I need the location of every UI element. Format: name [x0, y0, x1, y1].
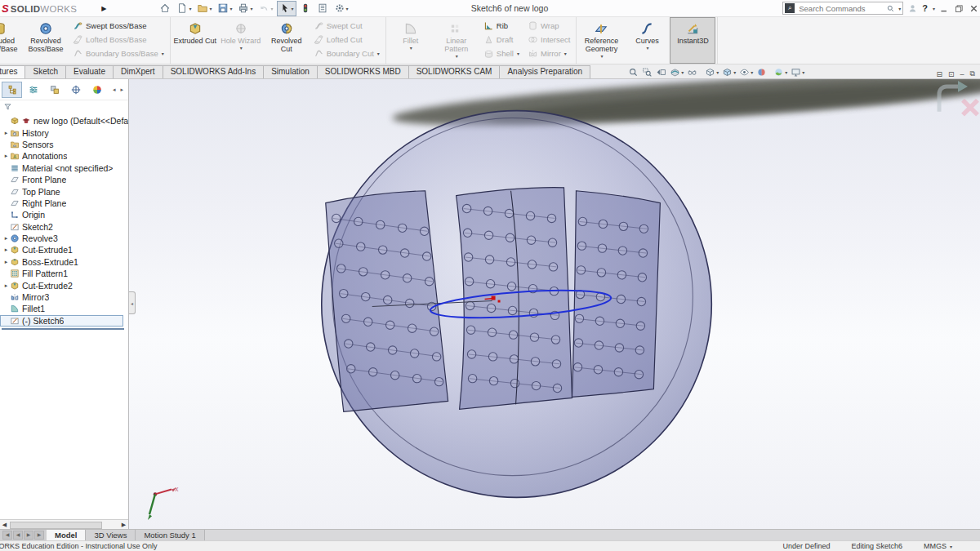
rib-button[interactable]: Rib — [481, 19, 522, 33]
dropdown-caret-icon[interactable]: ▾ — [681, 69, 684, 75]
zoom-area-button[interactable] — [641, 66, 653, 78]
dropdown-caret-icon[interactable]: ▾ — [292, 6, 294, 11]
expand-arrow-icon[interactable]: ▸ — [2, 235, 10, 242]
expand-arrow-icon[interactable]: ▸ — [2, 282, 10, 289]
doc-tab-3d-views[interactable]: 3D Views — [86, 530, 136, 540]
search-input[interactable] — [797, 3, 884, 14]
scrollbar-thumb[interactable] — [10, 522, 102, 529]
propertymanager-tab[interactable] — [23, 82, 43, 98]
tree-item-fill-pattern1[interactable]: Fill Pattern1 — [0, 268, 128, 279]
dropdown-caret-icon[interactable]: ▾ — [410, 46, 412, 51]
dropdown-caret-icon[interactable]: ▾ — [377, 51, 380, 56]
tab-sketch[interactable]: Sketch — [24, 65, 66, 78]
doc-tab-motion-study-1[interactable]: Motion Study 1 — [136, 530, 204, 540]
tree-item-front-plane[interactable]: Front Plane — [0, 174, 128, 185]
tree-item-sensors[interactable]: Sensors — [0, 139, 128, 150]
dropdown-caret-icon[interactable]: ▾ — [785, 69, 787, 75]
tab-scroll-right-icon[interactable]: ▶ — [24, 531, 33, 540]
manager-tab-arrows[interactable]: ◂ ▸ — [113, 87, 127, 93]
tree-item-mirror3[interactable]: Mirror3 — [0, 291, 128, 303]
revolved-boss-base-button[interactable]: Revolved Boss/Base — [23, 17, 69, 64]
tree-item-material-not-specified[interactable]: Material <not specified> — [0, 162, 128, 174]
status-units[interactable]: MMGS — [913, 542, 950, 550]
view-orientation-button[interactable]: ▾ — [704, 66, 719, 78]
expand-arrow-icon[interactable]: ▸ — [2, 259, 10, 265]
wrap-button[interactable]: Wrap — [525, 19, 572, 33]
options-gear-button[interactable]: ▾ — [332, 1, 351, 16]
fillet-button[interactable]: Fillet▾ — [388, 17, 434, 64]
extruded-cut-button[interactable]: Extruded Cut — [172, 17, 218, 64]
dropdown-caret-icon[interactable]: ▾ — [646, 46, 648, 51]
tab-solidworks-add-ins[interactable]: SOLIDWORKS Add-Ins — [163, 65, 264, 78]
tree-item-fillet1[interactable]: Fillet1 — [0, 303, 128, 314]
scroll-left-arrow-icon[interactable]: ◀ — [0, 522, 9, 528]
close-icon[interactable] — [969, 3, 979, 14]
doc-restore-icon[interactable]: ⧉ — [970, 69, 975, 78]
file-properties-button[interactable] — [314, 1, 331, 16]
graphics-viewport[interactable]: ◂ — [129, 79, 980, 529]
tab-scroll-left-icon[interactable]: ◀ — [2, 531, 12, 540]
search-commands-box[interactable]: ⌕ ▾ — [782, 2, 903, 15]
tree-item-revolve3[interactable]: ▸Revolve3 — [0, 233, 128, 244]
dropdown-caret-icon[interactable]: ▾ — [162, 51, 164, 56]
edit-appearance-button[interactable] — [755, 66, 768, 78]
dropdown-caret-icon[interactable]: ▾ — [456, 54, 458, 60]
tab-solidworks-mbd[interactable]: SOLIDWORKS MBD — [317, 65, 409, 78]
boundary-cut-button[interactable]: Boundary Cut▾ — [311, 47, 382, 60]
lofted-cut-button[interactable]: Lofted Cut — [311, 33, 382, 47]
help-icon[interactable]: ? — [922, 3, 928, 13]
dropdown-caret-icon[interactable]: ▾ — [751, 69, 753, 75]
dropdown-caret-icon[interactable]: ▾ — [802, 69, 804, 75]
search-icon[interactable] — [886, 4, 895, 13]
new-document-button[interactable]: ▾ — [174, 1, 194, 16]
tree-item-history[interactable]: ▸History — [0, 127, 128, 138]
dropdown-caret-icon[interactable]: ▾ — [270, 6, 273, 11]
scroll-right-arrow-icon[interactable]: ▶ — [119, 522, 128, 528]
dropdown-caret-icon[interactable]: ▾ — [250, 6, 252, 11]
dynamic-annotation-views-button[interactable] — [686, 66, 698, 78]
minimize-icon[interactable] — [939, 3, 950, 14]
units-dropdown-caret-icon[interactable]: ▾ — [950, 544, 980, 549]
open-button[interactable]: ▾ — [194, 1, 214, 16]
expand-arrow-icon[interactable]: ▸ — [2, 247, 10, 253]
tree-item-new-logo-default-default-di[interactable]: new logo (Default<<Default>_Di — [0, 115, 128, 127]
tab-dimxpert[interactable]: DimXpert — [113, 65, 163, 78]
tree-item-cut-extrude2[interactable]: ▸Cut-Extrude2 — [0, 279, 128, 291]
tree-item-right-plane[interactable]: Right Plane — [0, 198, 128, 209]
tree-item-cut-extrude1[interactable]: ▸Cut-Extrude1 — [0, 244, 128, 256]
doc-window-icon[interactable]: ⊟ — [936, 70, 942, 78]
apply-scene-button[interactable]: ▾ — [773, 66, 788, 78]
swept-boss-base-button[interactable]: Swept Boss/Base — [70, 19, 167, 33]
home-button[interactable] — [157, 1, 173, 16]
dropdown-caret-icon[interactable]: ▾ — [229, 6, 232, 11]
tab-scroll-right-icon[interactable]: ▶ — [34, 531, 44, 540]
swept-cut-button[interactable]: Swept Cut — [311, 19, 382, 33]
tree-horizontal-scrollbar[interactable]: ◀ ▶ — [0, 519, 128, 529]
display-style-button[interactable]: ▾ — [721, 66, 737, 78]
search-dropdown-caret-icon[interactable]: ▾ — [898, 6, 901, 11]
filter-icon[interactable] — [3, 102, 12, 111]
doc-window2-icon[interactable]: ⊡ — [948, 70, 955, 78]
extruded-boss-base-button[interactable]: Extruded Boss/Base — [0, 17, 23, 64]
dropdown-caret-icon[interactable]: ▾ — [600, 54, 603, 60]
tree-item-sketch6[interactable]: (-) Sketch6 — [0, 315, 123, 327]
revolved-cut-button[interactable]: Revolved Cut — [264, 17, 310, 64]
section-view-button[interactable]: ▾ — [669, 66, 684, 78]
dropdown-caret-icon[interactable]: ▾ — [733, 69, 736, 75]
reference-geometry-button[interactable]: Reference Geometry▾ — [578, 17, 624, 64]
hole-wizard-button[interactable]: Hole Wizard▾ — [218, 17, 264, 64]
shell-button[interactable]: Shell▾ — [481, 47, 522, 60]
expand-arrow-icon[interactable]: ▸ — [2, 153, 10, 159]
dropdown-caret-icon[interactable]: ▾ — [189, 6, 191, 11]
dropdown-caret-icon[interactable]: ▾ — [716, 69, 719, 75]
dropdown-caret-icon[interactable]: ▾ — [564, 51, 567, 56]
linear-pattern-button[interactable]: Linear Pattern▾ — [434, 17, 479, 64]
dropdown-caret-icon[interactable]: ▾ — [346, 6, 349, 11]
curves-button[interactable]: Curves▾ — [624, 17, 670, 64]
lofted-boss-base-button[interactable]: Lofted Boss/Base — [70, 33, 167, 47]
print-button[interactable]: ▾ — [235, 1, 255, 16]
panel-splitter-handle[interactable]: ◂ — [129, 291, 136, 314]
scrollbar-track[interactable] — [9, 521, 119, 528]
mirror-button[interactable]: Mirror▾ — [525, 47, 572, 60]
tab-simulation[interactable]: Simulation — [263, 65, 318, 78]
